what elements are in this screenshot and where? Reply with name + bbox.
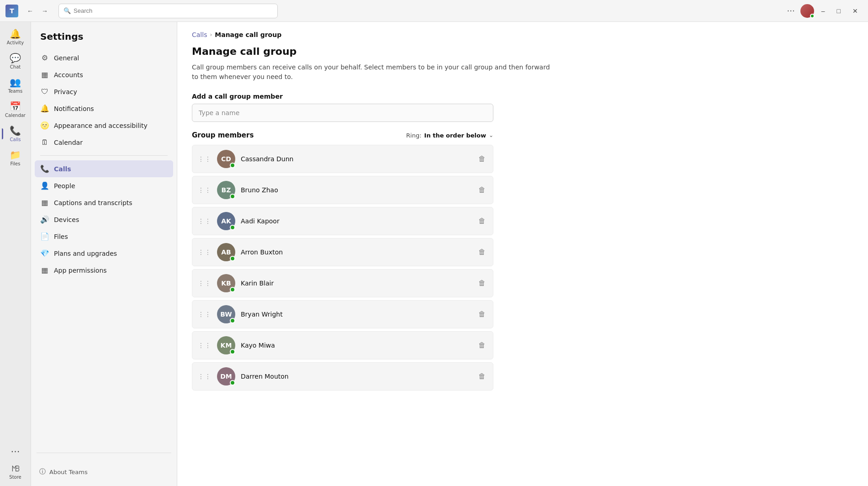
delete-member-button[interactable]: 🗑 — [476, 370, 487, 382]
app-body: 🔔 Activity 💬 Chat 👥 Teams 📅 Calendar 📞 C… — [0, 22, 868, 486]
chevron-down-icon: ⌄ — [489, 132, 493, 138]
content-area: Manage call group Call group members can… — [177, 38, 570, 408]
member-avatar: CD — [217, 150, 235, 168]
drag-handle[interactable]: ⋮⋮ — [198, 217, 212, 225]
delete-member-button[interactable]: 🗑 — [476, 277, 487, 289]
settings-menu: ⚙ General ▦ Accounts 🛡 Privacy 🔔 Notific… — [31, 49, 177, 448]
settings-item-plans[interactable]: 💎 Plans and upgrades — [35, 245, 173, 262]
titlebar-nav: ← → — [24, 5, 51, 17]
settings-item-general[interactable]: ⚙ General — [35, 49, 173, 66]
drag-handle[interactable]: ⋮⋮ — [198, 311, 212, 318]
member-avatar: KB — [217, 274, 235, 292]
close-button[interactable]: ✕ — [848, 5, 863, 16]
settings-item-label-calendar: Calendar — [54, 139, 83, 146]
delete-member-button[interactable]: 🗑 — [476, 246, 487, 258]
delete-member-button[interactable]: 🗑 — [476, 308, 487, 320]
nav-label-teams: Teams — [8, 89, 23, 94]
search-bar: 🔍 — [58, 4, 278, 18]
delete-member-button[interactable]: 🗑 — [476, 184, 487, 196]
drag-handle[interactable]: ⋮⋮ — [198, 342, 212, 349]
delete-member-button[interactable]: 🗑 — [476, 215, 487, 227]
member-name: Kayo Miwa — [241, 342, 471, 349]
appearance-icon: 🌝 — [40, 121, 49, 130]
ring-value: In the order below — [424, 132, 486, 139]
nav-item-files[interactable]: 📁 Files — [2, 147, 29, 169]
settings-item-devices[interactable]: 🔊 Devices — [35, 211, 173, 228]
group-members-header: Group members Ring: In the order below ⌄ — [192, 131, 493, 139]
member-name: Aadi Kapoor — [241, 217, 471, 225]
breadcrumb-parent[interactable]: Calls — [192, 31, 207, 38]
nav-label-calls: Calls — [10, 137, 21, 142]
member-row: ⋮⋮ KB Karin Blair 🗑 — [192, 269, 493, 297]
member-list: ⋮⋮ CD Cassandra Dunn 🗑 ⋮⋮ BZ Bruno Zhao … — [192, 145, 493, 393]
avatar[interactable] — [800, 4, 814, 18]
nav-item-chat[interactable]: 💬 Chat — [2, 50, 29, 72]
main-content: Calls › Manage call group Manage call gr… — [177, 22, 868, 486]
chat-icon: 💬 — [10, 53, 21, 63]
settings-item-permissions[interactable]: ▦ App permissions — [35, 262, 173, 279]
settings-footer-divider — [37, 453, 171, 453]
nav-item-store[interactable]: 🝫 Store — [2, 460, 29, 482]
search-input[interactable] — [74, 7, 273, 14]
add-member-input[interactable]: Type a name — [192, 104, 493, 122]
member-avatar: BW — [217, 305, 235, 323]
member-row: ⋮⋮ CD Cassandra Dunn 🗑 — [192, 145, 493, 173]
minimize-button[interactable]: – — [817, 5, 830, 16]
online-status-dot — [810, 14, 815, 18]
settings-item-label-general: General — [54, 54, 79, 62]
member-row: ⋮⋮ AB Arron Buxton 🗑 — [192, 238, 493, 266]
drag-handle[interactable]: ⋮⋮ — [198, 155, 212, 163]
settings-item-notifications[interactable]: 🔔 Notifications — [35, 100, 173, 117]
maximize-button[interactable]: □ — [832, 5, 845, 16]
online-dot — [230, 225, 235, 230]
calendar-icon: 📅 — [10, 101, 21, 112]
drag-handle[interactable]: ⋮⋮ — [198, 186, 212, 194]
nav-item-calls[interactable]: 📞 Calls — [2, 122, 29, 145]
calls-settings-icon: 📞 — [40, 164, 49, 173]
nav-label-calendar: Calendar — [5, 113, 26, 118]
breadcrumb-current: Manage call group — [215, 31, 281, 38]
general-icon: ⚙ — [40, 53, 49, 62]
more-button[interactable]: … — [7, 440, 24, 458]
online-dot — [230, 380, 235, 386]
privacy-icon: 🛡 — [40, 87, 49, 96]
settings-item-appearance[interactable]: 🌝 Appearance and accessibility — [35, 117, 173, 134]
member-name: Cassandra Dunn — [241, 155, 471, 163]
drag-handle[interactable]: ⋮⋮ — [198, 373, 212, 380]
settings-item-label-devices: Devices — [54, 216, 79, 223]
settings-item-calls[interactable]: 📞 Calls — [35, 160, 173, 177]
nav-item-teams[interactable]: 👥 Teams — [2, 74, 29, 96]
member-row: ⋮⋮ BW Bryan Wright 🗑 — [192, 300, 493, 328]
online-dot — [230, 163, 235, 168]
more-options-button[interactable]: ··· — [784, 4, 798, 17]
delete-member-button[interactable]: 🗑 — [476, 153, 487, 165]
member-row: ⋮⋮ BZ Bruno Zhao 🗑 — [192, 176, 493, 204]
online-dot — [230, 349, 235, 354]
settings-item-people[interactable]: 👤 People — [35, 177, 173, 194]
forward-button[interactable]: → — [38, 5, 51, 17]
store-icon: 🝫 — [11, 463, 20, 474]
ring-selector[interactable]: Ring: In the order below ⌄ — [406, 132, 493, 139]
back-button[interactable]: ← — [24, 5, 37, 17]
settings-item-files[interactable]: 📄 Files — [35, 228, 173, 245]
nav-item-calendar[interactable]: 📅 Calendar — [2, 98, 29, 121]
settings-item-accounts[interactable]: ▦ Accounts — [35, 66, 173, 83]
page-description: Call group members can receive calls on … — [192, 63, 556, 82]
settings-item-label-permissions: App permissions — [54, 267, 107, 274]
settings-sidebar: Settings ⚙ General ▦ Accounts 🛡 Privacy … — [31, 22, 177, 486]
breadcrumb-separator: › — [210, 32, 212, 38]
nav-item-activity[interactable]: 🔔 Activity — [2, 26, 29, 48]
settings-item-privacy[interactable]: 🛡 Privacy — [35, 83, 173, 100]
delete-member-button[interactable]: 🗑 — [476, 339, 487, 351]
settings-item-calendar[interactable]: 🗓 Calendar — [35, 134, 173, 151]
activity-icon: 🔔 — [10, 28, 21, 39]
drag-handle[interactable]: ⋮⋮ — [198, 248, 212, 256]
member-avatar: KM — [217, 336, 235, 354]
search-icon: 🔍 — [64, 7, 71, 14]
drag-handle[interactable]: ⋮⋮ — [198, 280, 212, 287]
settings-item-label-captions: Captions and transcripts — [54, 199, 132, 206]
captions-icon: ▦ — [40, 198, 49, 207]
about-teams-item[interactable]: ⓘ About Teams — [37, 465, 171, 479]
calls-icon: 📞 — [10, 125, 21, 136]
settings-item-captions[interactable]: ▦ Captions and transcripts — [35, 194, 173, 211]
